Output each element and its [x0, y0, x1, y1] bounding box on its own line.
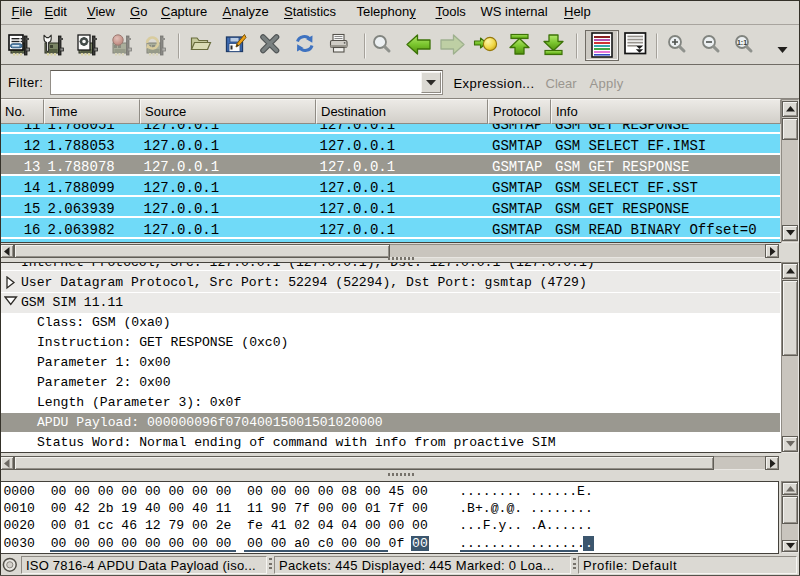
svg-text:1:1: 1:1 — [737, 39, 747, 46]
